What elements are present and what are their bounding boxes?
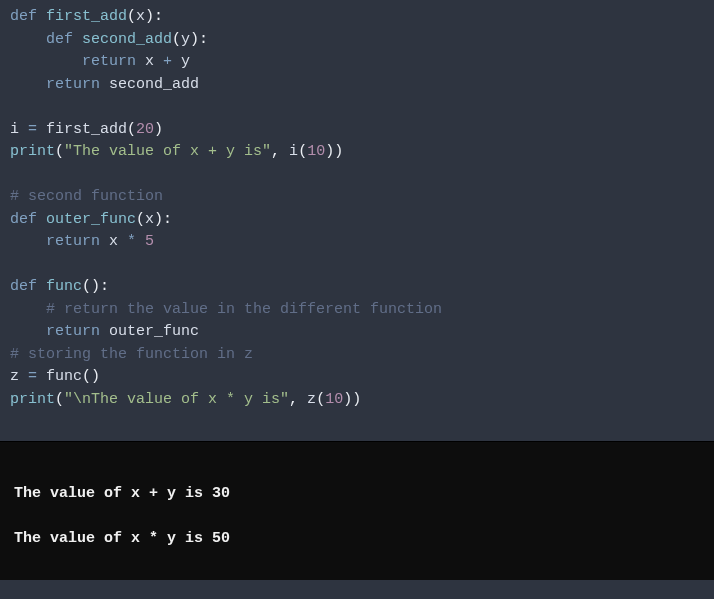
keyword-def: def <box>46 31 73 48</box>
paren: ) <box>343 391 352 408</box>
call: first_add <box>46 121 127 138</box>
paren: ) <box>325 143 334 160</box>
paren: ) <box>154 211 163 228</box>
comment: # second function <box>10 188 163 205</box>
var: second_add <box>109 76 199 93</box>
number: 20 <box>136 121 154 138</box>
keyword-def: def <box>10 211 37 228</box>
paren: ) <box>334 143 343 160</box>
var: y <box>181 53 190 70</box>
comment: # return the value in the different func… <box>46 301 442 318</box>
number: 10 <box>307 143 325 160</box>
op-eq: = <box>28 121 37 138</box>
func-name: func <box>46 278 82 295</box>
builtin-print: print <box>10 143 55 160</box>
var: i <box>289 143 298 160</box>
paren: ( <box>127 121 136 138</box>
colon: : <box>163 211 172 228</box>
param: x <box>145 211 154 228</box>
output-terminal: The value of x + y is 30 The value of x … <box>0 441 714 580</box>
func-name: second_add <box>82 31 172 48</box>
paren: ( <box>82 368 91 385</box>
comma: , <box>271 143 280 160</box>
paren: ( <box>298 143 307 160</box>
builtin-print: print <box>10 391 55 408</box>
param: x <box>136 8 145 25</box>
keyword-return: return <box>46 233 100 250</box>
colon: : <box>199 31 208 48</box>
string: "The value of x + y is" <box>64 143 271 160</box>
output-line: The value of x * y is 50 <box>14 530 230 547</box>
keyword-def: def <box>10 8 37 25</box>
op-plus: + <box>163 53 172 70</box>
var: x <box>109 233 118 250</box>
paren: ) <box>91 368 100 385</box>
func-name: outer_func <box>46 211 136 228</box>
keyword-return: return <box>46 76 100 93</box>
comma: , <box>289 391 298 408</box>
keyword-return: return <box>82 53 136 70</box>
var: i <box>10 121 19 138</box>
number: 10 <box>325 391 343 408</box>
comment: # storing the function in z <box>10 346 253 363</box>
paren: ) <box>145 8 154 25</box>
var: outer_func <box>109 323 199 340</box>
paren: ( <box>55 143 64 160</box>
var: z <box>307 391 316 408</box>
paren: ) <box>154 121 163 138</box>
number: 5 <box>145 233 154 250</box>
paren: ) <box>352 391 361 408</box>
paren: ( <box>82 278 91 295</box>
string: "\nThe value of x * y is" <box>64 391 289 408</box>
keyword-return: return <box>46 323 100 340</box>
colon: : <box>154 8 163 25</box>
paren: ( <box>172 31 181 48</box>
paren: ) <box>91 278 100 295</box>
var: x <box>145 53 154 70</box>
paren: ( <box>55 391 64 408</box>
call: func <box>46 368 82 385</box>
paren: ( <box>316 391 325 408</box>
keyword-def: def <box>10 278 37 295</box>
code-editor: def first_add(x): def second_add(y): ret… <box>0 0 714 441</box>
output-line: The value of x + y is 30 <box>14 485 230 502</box>
var: z <box>10 368 19 385</box>
op-eq: = <box>28 368 37 385</box>
op-mul: * <box>127 233 136 250</box>
paren: ( <box>127 8 136 25</box>
param: y <box>181 31 190 48</box>
paren: ) <box>190 31 199 48</box>
colon: : <box>100 278 109 295</box>
paren: ( <box>136 211 145 228</box>
func-name: first_add <box>46 8 127 25</box>
